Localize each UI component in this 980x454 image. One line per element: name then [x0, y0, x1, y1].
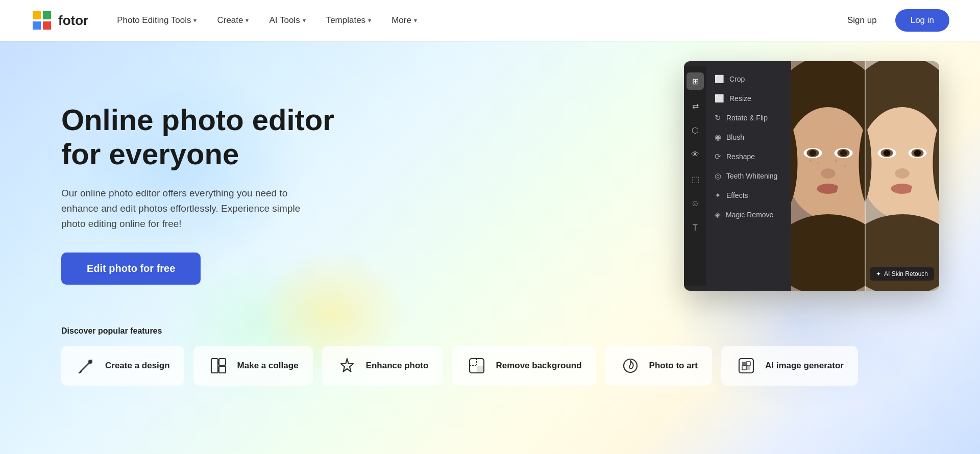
- feature-card-make-collage[interactable]: Make a collage: [193, 346, 313, 386]
- svg-point-33: [914, 150, 921, 156]
- menu-item-blush[interactable]: ◉ Blush: [706, 128, 791, 147]
- feature-card-enhance-photo[interactable]: Enhance photo: [322, 346, 443, 386]
- make-collage-label: Make a collage: [237, 360, 299, 371]
- menu-item-magic-label: Magic Remove: [726, 211, 773, 219]
- toolbar-frame-icon[interactable]: ⬚: [687, 170, 704, 188]
- effects-icon: ✦: [715, 191, 721, 200]
- svg-rect-4: [43, 21, 51, 30]
- menu-item-resize[interactable]: ⬜ Resize: [706, 89, 791, 108]
- svg-marker-49: [341, 359, 353, 372]
- ai-image-gen-label: AI image generator: [765, 360, 844, 371]
- hero-title: Online photo editor for everyone: [61, 103, 357, 171]
- feature-card-photo-to-art[interactable]: Photo to art: [605, 346, 712, 386]
- editor-preview-panel: ⊞ ⇄ ⬡ 👁 ⬚ ☺ T ⬜: [684, 61, 939, 291]
- menu-item-rotate-label: Rotate & Flip: [726, 114, 768, 122]
- menu-item-resize-label: Resize: [729, 94, 751, 103]
- toolbar-text-icon[interactable]: T: [687, 219, 704, 237]
- enhance-photo-label: Enhance photo: [366, 360, 429, 371]
- nav-item-ai-tools[interactable]: AI Tools ▾: [261, 11, 313, 30]
- ai-badge-icon: ✦: [876, 270, 881, 278]
- fotor-logo-icon: [31, 9, 53, 32]
- nav-item-photo-editing[interactable]: Photo Editing Tools ▾: [109, 11, 205, 30]
- svg-point-15: [817, 184, 840, 194]
- svg-rect-58: [742, 366, 746, 370]
- editor-menu-items: ⬜ Crop ⬜ Resize ↻ Rotate & Flip: [706, 66, 791, 286]
- crop-icon: ⬜: [715, 74, 724, 84]
- svg-line-43: [79, 372, 81, 373]
- svg-rect-48: [219, 366, 226, 373]
- menu-item-blush-label: Blush: [726, 133, 744, 141]
- chevron-down-icon: ▾: [414, 17, 417, 24]
- menu-item-effects-label: Effects: [726, 191, 748, 199]
- toolbar-grid-icon[interactable]: ⊞: [687, 72, 704, 90]
- ai-badge: ✦ AI Skin Retouch: [870, 267, 934, 281]
- toolbar-filter-icon[interactable]: ⬡: [687, 121, 704, 139]
- svg-point-13: [840, 150, 847, 156]
- svg-rect-1: [33, 11, 41, 19]
- svg-rect-3: [33, 21, 41, 30]
- features-section: Discover popular features Create a desig…: [0, 326, 980, 386]
- svg-rect-53: [477, 366, 484, 373]
- create-design-label: Create a design: [105, 360, 170, 371]
- before-after-divider: [865, 61, 866, 291]
- ai-badge-text: AI Skin Retouch: [884, 270, 928, 278]
- features-grid: Create a design Make a collage Enhance p…: [61, 346, 939, 386]
- svg-point-14: [821, 168, 836, 179]
- photo-to-art-icon: [620, 355, 641, 376]
- logo[interactable]: fotor: [31, 9, 88, 32]
- reshape-icon: ⟳: [715, 152, 721, 161]
- svg-rect-47: [219, 359, 226, 365]
- editor-preview: ⊞ ⇄ ⬡ 👁 ⬚ ☺ T ⬜: [684, 61, 939, 291]
- svg-point-16: [809, 160, 812, 162]
- toolbar-eye-icon[interactable]: 👁: [687, 146, 704, 163]
- svg-point-35: [891, 184, 914, 194]
- svg-rect-2: [43, 11, 51, 19]
- make-collage-icon: [208, 355, 229, 376]
- hero-section: Online photo editor for everyone Our onl…: [0, 41, 980, 454]
- magic-remove-icon: ◈: [715, 210, 721, 219]
- svg-rect-46: [211, 359, 218, 373]
- nav-item-templates[interactable]: Templates ▾: [318, 11, 379, 30]
- svg-point-24: [791, 214, 865, 291]
- edit-photo-button[interactable]: Edit photo for free: [61, 253, 201, 285]
- menu-item-teeth[interactable]: ◎ Teeth Whitening: [706, 166, 791, 186]
- feature-card-create-design[interactable]: Create a design: [61, 346, 184, 386]
- svg-point-17: [817, 162, 819, 164]
- nav-auth: Sign up Log in: [839, 9, 949, 32]
- signup-button[interactable]: Sign up: [839, 11, 885, 30]
- editor-photo-area: ✦ AI Skin Retouch: [791, 61, 939, 291]
- remove-bg-icon: [466, 355, 487, 376]
- menu-item-effects[interactable]: ✦ Effects: [706, 186, 791, 205]
- toolbar-sticker-icon[interactable]: ☺: [687, 195, 704, 212]
- svg-line-45: [82, 360, 92, 370]
- nav-item-create[interactable]: Create ▾: [209, 11, 257, 30]
- login-button[interactable]: Log in: [895, 9, 949, 32]
- blush-icon: ◉: [715, 133, 721, 142]
- menu-item-teeth-label: Teeth Whitening: [726, 172, 777, 180]
- svg-point-30: [884, 150, 891, 156]
- navbar: fotor Photo Editing Tools ▾ Create ▾ AI …: [0, 0, 980, 41]
- photo-after: [865, 61, 939, 291]
- create-design-icon: [76, 355, 97, 376]
- svg-rect-57: [746, 362, 750, 366]
- toolbar-adjust-icon[interactable]: ⇄: [687, 97, 704, 114]
- menu-item-reshape-label: Reshape: [726, 153, 755, 161]
- teeth-icon: ◎: [715, 171, 721, 181]
- chevron-down-icon: ▾: [368, 17, 371, 24]
- menu-item-crop-label: Crop: [729, 75, 745, 83]
- nav-item-more[interactable]: More ▾: [383, 11, 425, 30]
- hero-text: Online photo editor for everyone Our onl…: [61, 103, 357, 285]
- ai-image-gen-icon: [736, 355, 757, 376]
- chevron-down-icon: ▾: [193, 17, 197, 24]
- enhance-photo-icon: [336, 355, 358, 376]
- menu-item-magic-remove[interactable]: ◈ Magic Remove: [706, 205, 791, 224]
- editor-sidebar: ⊞ ⇄ ⬡ 👁 ⬚ ☺ T ⬜: [684, 61, 791, 291]
- photo-to-art-label: Photo to art: [649, 360, 698, 371]
- nav-links: Photo Editing Tools ▾ Create ▾ AI Tools …: [109, 11, 839, 30]
- remove-bg-label: Remove background: [496, 360, 581, 371]
- feature-card-remove-bg[interactable]: Remove background: [452, 346, 596, 386]
- feature-card-ai-image-gen[interactable]: AI image generator: [721, 346, 858, 386]
- menu-item-reshape[interactable]: ⟳ Reshape: [706, 147, 791, 166]
- menu-item-crop[interactable]: ⬜ Crop: [706, 69, 791, 89]
- menu-item-rotate[interactable]: ↻ Rotate & Flip: [706, 108, 791, 128]
